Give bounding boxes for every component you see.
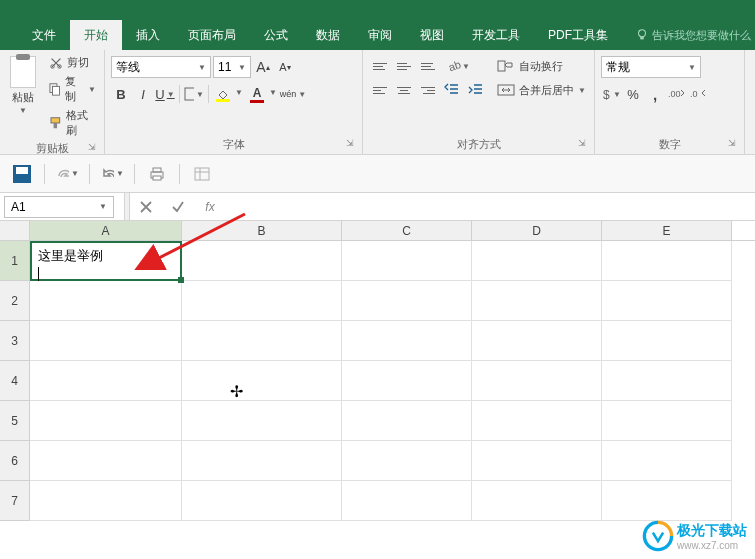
cell[interactable] [472,241,602,281]
cell[interactable] [342,321,472,361]
formula-input[interactable] [226,196,755,218]
cell[interactable] [342,281,472,321]
number-dialog-launcher[interactable]: ⇲ [726,138,738,150]
tab-page-layout[interactable]: 页面布局 [174,20,250,50]
print-preview-button[interactable] [145,162,169,186]
save-button[interactable] [10,162,34,186]
cell[interactable] [182,241,342,281]
cell[interactable] [602,481,732,521]
paste-button[interactable]: 粘贴 ▼ [6,54,40,117]
tab-formulas[interactable]: 公式 [250,20,302,50]
cell[interactable] [602,321,732,361]
italic-button[interactable]: I [133,84,153,104]
orientation-button[interactable]: ab ▼ [441,56,475,76]
insert-function-button[interactable]: fx [198,195,222,219]
row-header-7[interactable]: 7 [0,481,30,521]
cell[interactable] [182,361,342,401]
row-header-4[interactable]: 4 [0,361,30,401]
font-name-combo[interactable]: 等线 ▼ [111,56,211,78]
cell[interactable] [602,241,732,281]
col-header-a[interactable]: A [30,221,182,240]
cell[interactable] [30,281,182,321]
cell[interactable] [472,281,602,321]
col-header-b[interactable]: B [182,221,342,240]
tab-pdf-tools[interactable]: PDF工具集 [534,20,622,50]
tab-home[interactable]: 开始 [70,20,122,50]
accounting-format-button[interactable]: $ ▼ [601,84,621,104]
alignment-dialog-launcher[interactable]: ⇲ [576,138,588,150]
col-header-e[interactable]: E [602,221,732,240]
cell[interactable] [30,401,182,441]
cell[interactable] [342,481,472,521]
row-header-6[interactable]: 6 [0,441,30,481]
cell[interactable] [472,401,602,441]
cell[interactable] [472,361,602,401]
row-header-5[interactable]: 5 [0,401,30,441]
cell[interactable] [472,441,602,481]
tab-review[interactable]: 审阅 [354,20,406,50]
cell[interactable] [602,281,732,321]
cell[interactable] [472,321,602,361]
font-dialog-launcher[interactable]: ⇲ [344,138,356,150]
name-box[interactable]: A1 ▼ [4,196,114,218]
align-middle-button[interactable] [393,56,415,76]
active-cell-a1[interactable]: 这里是举例 [30,241,182,281]
increase-font-button[interactable]: A▴ [253,57,273,77]
increase-decimal-button[interactable]: .00 [667,84,687,104]
wrap-text-button[interactable]: 自动换行 [495,56,588,76]
copy-button[interactable]: 复制 ▼ [46,73,98,105]
row-header-3[interactable]: 3 [0,321,30,361]
decrease-indent-button[interactable] [441,80,463,100]
cell[interactable] [472,481,602,521]
percent-button[interactable]: % [623,84,643,104]
tab-developer[interactable]: 开发工具 [458,20,534,50]
decrease-font-button[interactable]: A▾ [275,57,295,77]
cell[interactable] [342,441,472,481]
font-color-button[interactable]: A ▼ [247,84,267,104]
cell[interactable] [30,481,182,521]
cell[interactable] [602,401,732,441]
tab-file[interactable]: 文件 [18,20,70,50]
tell-me-search[interactable]: 告诉我您想要做什么 [635,28,755,43]
fill-handle[interactable] [178,277,184,283]
col-header-d[interactable]: D [472,221,602,240]
row-header-1[interactable]: 1 [0,241,30,281]
clipboard-dialog-launcher[interactable]: ⇲ [86,142,98,154]
cell[interactable] [30,361,182,401]
tab-view[interactable]: 视图 [406,20,458,50]
cell[interactable] [30,441,182,481]
select-all-button[interactable] [0,221,30,240]
row-header-2[interactable]: 2 [0,281,30,321]
cell[interactable] [30,321,182,361]
cell[interactable] [182,441,342,481]
border-button[interactable]: ▼ [184,84,204,104]
phonetic-button[interactable]: wén ▼ [283,84,303,104]
cell[interactable] [602,361,732,401]
align-top-button[interactable] [369,56,391,76]
cancel-button[interactable] [134,195,158,219]
cell[interactable] [342,241,472,281]
underline-button[interactable]: U▼ [155,84,175,104]
align-right-button[interactable] [417,80,439,100]
cell[interactable] [342,401,472,441]
undo-button[interactable]: ▼ [100,162,124,186]
col-header-c[interactable]: C [342,221,472,240]
redo-button[interactable]: ▼ [55,162,79,186]
merge-center-button[interactable]: 合并后居中 ▼ [495,80,588,100]
cell[interactable] [182,281,342,321]
decrease-decimal-button[interactable]: .0 [689,84,709,104]
font-size-combo[interactable]: 11 ▼ [213,56,251,78]
cells-area[interactable]: 这里是举例 [30,241,732,521]
cell[interactable] [182,401,342,441]
cell[interactable] [182,481,342,521]
number-format-combo[interactable]: 常规 ▼ [601,56,701,78]
cut-button[interactable]: 剪切 [46,54,98,71]
cell[interactable] [182,321,342,361]
qat-button[interactable] [190,162,214,186]
align-bottom-button[interactable] [417,56,439,76]
fill-color-button[interactable]: ▼ [213,84,233,104]
align-center-button[interactable] [393,80,415,100]
format-painter-button[interactable]: 格式刷 [46,107,98,139]
cell[interactable] [602,441,732,481]
align-left-button[interactable] [369,80,391,100]
